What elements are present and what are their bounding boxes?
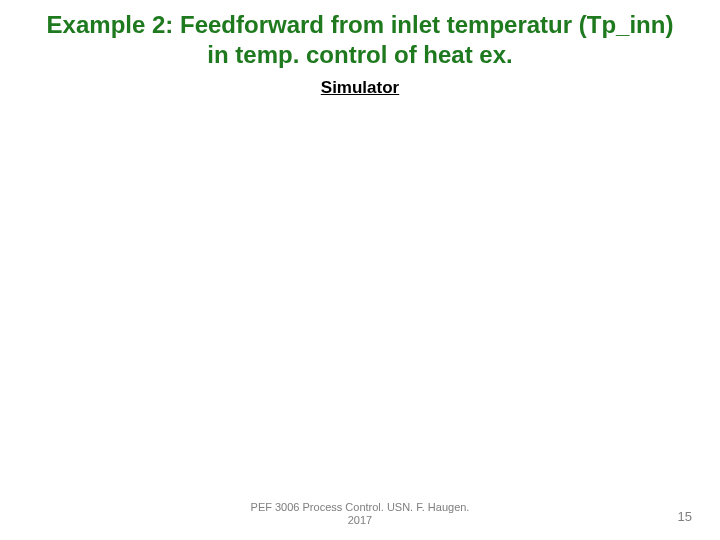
simulator-link[interactable]: Simulator bbox=[321, 78, 399, 97]
simulator-link-container: Simulator bbox=[0, 78, 720, 98]
footer-line-2: 2017 bbox=[348, 514, 372, 526]
page-number: 15 bbox=[678, 509, 692, 524]
footer-line-1: PEF 3006 Process Control. USN. F. Haugen… bbox=[251, 501, 470, 513]
footer-text: PEF 3006 Process Control. USN. F. Haugen… bbox=[220, 501, 500, 529]
title-line-1: Example 2: Feedforward from inlet temper… bbox=[47, 11, 674, 38]
footer: PEF 3006 Process Control. USN. F. Haugen… bbox=[0, 501, 720, 529]
title-line-2: in temp. control of heat ex. bbox=[207, 41, 512, 68]
slide-title: Example 2: Feedforward from inlet temper… bbox=[0, 0, 720, 70]
